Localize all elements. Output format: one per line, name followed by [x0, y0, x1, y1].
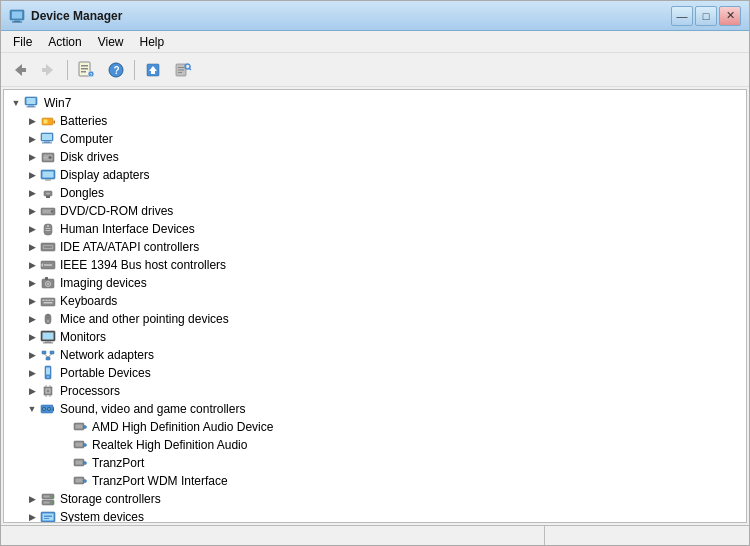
properties-button[interactable]: ?: [72, 57, 100, 83]
svg-rect-74: [43, 333, 54, 340]
batteries-expander[interactable]: ▶: [24, 113, 40, 129]
device-tree-container[interactable]: ▼ Win7 ▶: [3, 89, 747, 523]
svg-rect-87: [47, 390, 50, 393]
tree-item-keyboards[interactable]: ▶ Keyboards: [4, 292, 746, 310]
svg-rect-69: [44, 302, 53, 304]
update-button[interactable]: [139, 57, 167, 83]
tree-item-system[interactable]: ▶ System devices: [4, 508, 746, 523]
tree-item-dongles[interactable]: ▶ Dongles: [4, 184, 746, 202]
svg-point-63: [47, 283, 49, 285]
tree-item-batteries[interactable]: ▶ Batteries: [4, 112, 746, 130]
disk-icon: [40, 149, 56, 165]
svg-rect-30: [54, 121, 56, 124]
tree-item-network[interactable]: ▶ Network adapters: [4, 346, 746, 364]
svg-point-94: [43, 408, 45, 410]
keyboards-expander[interactable]: ▶: [24, 293, 40, 309]
svg-point-106: [84, 462, 87, 465]
tree-root[interactable]: ▼ Win7: [4, 94, 746, 112]
tree-item-tranzport[interactable]: ▶ TranzPort: [4, 454, 746, 472]
svg-rect-21: [178, 69, 184, 70]
display-expander[interactable]: ▶: [24, 167, 40, 183]
titlebar-buttons: — □ ✕: [671, 6, 741, 26]
close-button[interactable]: ✕: [719, 6, 741, 26]
tree-item-mice[interactable]: ▶ Mice and other pointing devices: [4, 310, 746, 328]
mice-expander[interactable]: ▶: [24, 311, 40, 327]
update-icon: [144, 61, 162, 79]
statusbar-main: [5, 526, 545, 545]
dvd-icon: [40, 203, 56, 219]
portable-expander[interactable]: ▶: [24, 365, 40, 381]
statusbar: [1, 525, 749, 545]
svg-rect-105: [76, 461, 83, 465]
processors-expander[interactable]: ▶: [24, 383, 40, 399]
tree-item-storage[interactable]: ▶ Storage controllers: [4, 490, 746, 508]
tranzport-wdm-label: TranzPort WDM Interface: [92, 474, 228, 488]
tree-item-portable[interactable]: ▶ Portable Devices: [4, 364, 746, 382]
tree-item-display[interactable]: ▶ Display adapters: [4, 166, 746, 184]
computer-expander[interactable]: ▶: [24, 131, 40, 147]
back-button[interactable]: [5, 57, 33, 83]
svg-rect-102: [76, 443, 83, 447]
system-expander[interactable]: ▶: [24, 509, 40, 523]
dvd-expander[interactable]: ▶: [24, 203, 40, 219]
tree-item-disk[interactable]: ▶ Disk drives: [4, 148, 746, 166]
svg-line-81: [48, 354, 52, 357]
svg-rect-52: [46, 230, 51, 231]
tree-item-realtek[interactable]: ▶ Realtek High Definition Audio: [4, 436, 746, 454]
help-button[interactable]: ?: [102, 57, 130, 83]
svg-point-109: [84, 480, 87, 483]
root-expander[interactable]: ▼: [8, 95, 24, 111]
menu-action[interactable]: Action: [40, 33, 89, 51]
disk-label: Disk drives: [60, 150, 119, 164]
help-icon: ?: [107, 61, 125, 79]
tree-item-imaging[interactable]: ▶ Imaging devices: [4, 274, 746, 292]
tree-item-sound[interactable]: ▼ Sound, video and game controllers: [4, 400, 746, 418]
svg-rect-76: [43, 343, 53, 344]
svg-rect-18: [151, 71, 155, 74]
forward-button[interactable]: [35, 57, 63, 83]
menu-view[interactable]: View: [90, 33, 132, 51]
svg-rect-44: [46, 196, 50, 198]
svg-rect-3: [12, 21, 22, 22]
hid-expander[interactable]: ▶: [24, 221, 40, 237]
disk-expander[interactable]: ▶: [24, 149, 40, 165]
tree-item-computer[interactable]: ▶ Computer: [4, 130, 746, 148]
dongles-expander[interactable]: ▶: [24, 185, 40, 201]
svg-rect-61: [45, 277, 48, 280]
monitors-expander[interactable]: ▶: [24, 329, 40, 345]
tree-item-monitors[interactable]: ▶ Monitors: [4, 328, 746, 346]
mice-label: Mice and other pointing devices: [60, 312, 229, 326]
menubar: File Action View Help: [1, 31, 749, 53]
storage-expander[interactable]: ▶: [24, 491, 40, 507]
tree-item-tranzport-wdm[interactable]: ▶ TranzPort WDM Interface: [4, 472, 746, 490]
dongles-label: Dongles: [60, 186, 104, 200]
tree-item-processors[interactable]: ▶ Processors: [4, 382, 746, 400]
menu-help[interactable]: Help: [132, 33, 173, 51]
scan-button[interactable]: [169, 57, 197, 83]
imaging-icon: [40, 275, 56, 291]
svg-point-46: [48, 193, 50, 195]
processors-label: Processors: [60, 384, 120, 398]
ide-icon: [40, 239, 56, 255]
svg-text:?: ?: [114, 65, 120, 76]
maximize-button[interactable]: □: [695, 6, 717, 26]
tree-item-ide[interactable]: ▶ IDE ATA/ATAPI controllers: [4, 238, 746, 256]
realtek-icon: [72, 437, 88, 453]
sound-expander[interactable]: ▼: [24, 401, 40, 417]
tree-item-hid[interactable]: ▶ Human Interface Devices: [4, 220, 746, 238]
minimize-button[interactable]: —: [671, 6, 693, 26]
batteries-label: Batteries: [60, 114, 107, 128]
network-expander[interactable]: ▶: [24, 347, 40, 363]
svg-marker-4: [15, 64, 22, 76]
tranzport-wdm-icon: [72, 473, 88, 489]
tree-item-dvd[interactable]: ▶ DVD/CD-ROM drives: [4, 202, 746, 220]
properties-icon: ?: [77, 61, 95, 79]
imaging-expander[interactable]: ▶: [24, 275, 40, 291]
tree-item-ieee[interactable]: ▶ IEEE 1394 Bus host controllers: [4, 256, 746, 274]
back-icon: [9, 60, 29, 80]
tranzport-label: TranzPort: [92, 456, 144, 470]
ide-expander[interactable]: ▶: [24, 239, 40, 255]
menu-file[interactable]: File: [5, 33, 40, 51]
tree-item-amd-audio[interactable]: ▶ AMD High Definition Audio Device: [4, 418, 746, 436]
ieee-expander[interactable]: ▶: [24, 257, 40, 273]
